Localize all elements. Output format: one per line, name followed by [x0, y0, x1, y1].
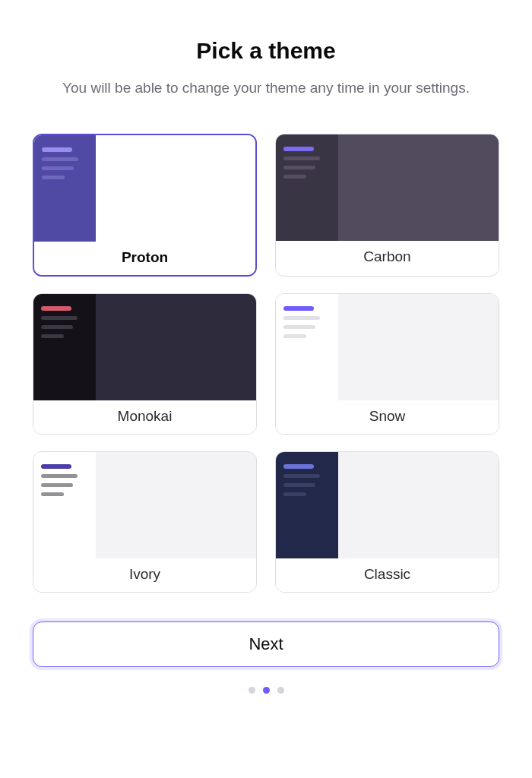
- theme-line-bar: [283, 483, 315, 487]
- theme-line-bar: [42, 166, 74, 170]
- pager-dot[interactable]: [277, 687, 284, 694]
- theme-line-bar: [41, 325, 73, 329]
- theme-accent-bar: [41, 464, 71, 469]
- theme-line-bar: [41, 316, 78, 320]
- pager-dot[interactable]: [263, 687, 270, 694]
- theme-preview: [34, 135, 255, 242]
- next-button[interactable]: Next: [33, 621, 499, 667]
- page-subtitle: You will be able to change your theme an…: [62, 77, 470, 100]
- theme-line-bar: [283, 334, 306, 338]
- theme-preview-sidebar: [33, 452, 96, 558]
- theme-preview: [33, 452, 256, 558]
- theme-line-bar: [283, 316, 320, 320]
- theme-card-classic[interactable]: Classic: [275, 451, 499, 593]
- theme-preview-sidebar: [33, 294, 96, 400]
- theme-accent-bar: [42, 147, 72, 152]
- theme-preview-sidebar: [34, 135, 96, 242]
- theme-preview: [33, 294, 256, 400]
- theme-preview-main: [96, 452, 256, 558]
- theme-card-ivory[interactable]: Ivory: [33, 451, 257, 593]
- theme-preview-main: [338, 452, 499, 558]
- theme-line-bar: [41, 334, 64, 338]
- theme-card-monokai[interactable]: Monokai: [33, 293, 257, 435]
- page-title: Pick a theme: [196, 38, 335, 64]
- theme-preview: [276, 134, 499, 241]
- theme-preview-sidebar: [276, 294, 338, 400]
- theme-label: Proton: [34, 242, 255, 275]
- theme-line-bar: [283, 474, 320, 478]
- theme-grid: ProtonCarbonMonokaiSnowIvoryClassic: [33, 134, 499, 593]
- theme-line-bar: [283, 175, 306, 179]
- theme-preview-sidebar: [276, 134, 338, 241]
- theme-accent-bar: [283, 306, 314, 311]
- theme-accent-bar: [283, 147, 314, 151]
- theme-preview-main: [338, 294, 499, 400]
- theme-label: Monokai: [33, 400, 256, 434]
- theme-line-bar: [41, 492, 64, 496]
- theme-line-bar: [283, 492, 306, 496]
- theme-preview-sidebar: [276, 452, 338, 558]
- theme-line-bar: [283, 157, 320, 160]
- theme-line-bar: [41, 474, 78, 478]
- theme-preview-main: [96, 294, 256, 400]
- theme-line-bar: [283, 325, 315, 329]
- theme-preview: [276, 452, 499, 558]
- theme-accent-bar: [283, 464, 314, 469]
- pager-dot[interactable]: [249, 687, 255, 694]
- theme-line-bar: [41, 483, 73, 487]
- theme-label: Carbon: [276, 241, 499, 274]
- theme-preview-main: [338, 134, 499, 241]
- theme-preview-main: [96, 135, 255, 242]
- theme-preview: [276, 294, 499, 400]
- pager-dots: [249, 687, 284, 694]
- theme-label: Snow: [276, 400, 499, 434]
- theme-card-snow[interactable]: Snow: [275, 293, 499, 435]
- theme-line-bar: [42, 157, 78, 161]
- theme-line-bar: [42, 176, 65, 179]
- theme-line-bar: [283, 166, 315, 169]
- theme-card-carbon[interactable]: Carbon: [275, 134, 499, 277]
- theme-label: Ivory: [33, 558, 256, 592]
- theme-accent-bar: [41, 306, 71, 311]
- theme-label: Classic: [276, 558, 499, 592]
- theme-card-proton[interactable]: Proton: [33, 134, 257, 277]
